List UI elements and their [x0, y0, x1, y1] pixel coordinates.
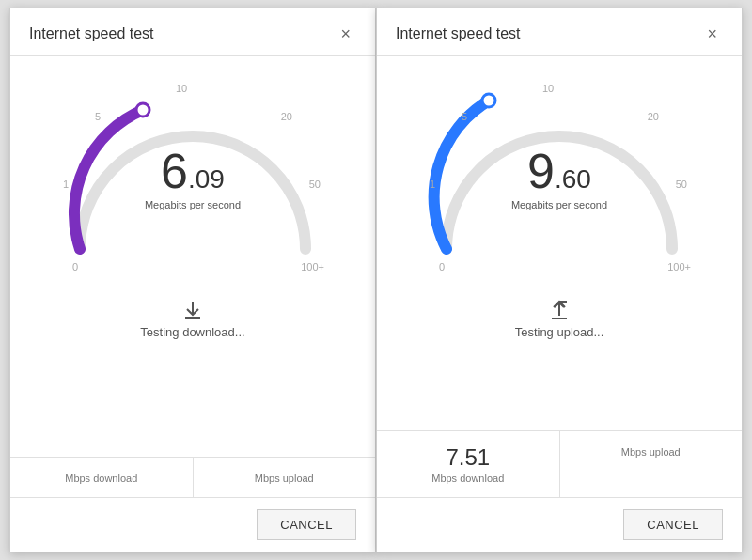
gauge-1: 0 1 5 10 20 50 100+ 6.09 Megabits per se…	[52, 66, 334, 291]
speed-unit-1: Megabits per second	[145, 199, 241, 210]
cancel-button-1[interactable]: CANCEL	[257, 509, 356, 540]
label-5-1: 5	[95, 111, 101, 122]
label-10-1: 10	[176, 83, 187, 94]
label-100-1: 100+	[301, 261, 324, 272]
dialog-footer-1: CANCEL	[10, 497, 375, 552]
cancel-button-2[interactable]: CANCEL	[623, 509, 723, 540]
speed-integer-1: 6	[161, 147, 188, 195]
dialog-upload: Internet speed test × 0 1 5 10 20 50 100…	[376, 8, 743, 552]
label-1-2: 1	[430, 179, 435, 190]
test-status-text-2: Testing upload...	[515, 325, 604, 339]
metric-download-value-2: 7.51	[377, 444, 559, 471]
label-5-2: 5	[462, 111, 467, 122]
upload-icon-2	[548, 299, 571, 321]
close-button-1[interactable]: ×	[335, 23, 356, 44]
label-100-2: 100+	[667, 261, 691, 272]
dialog-title-1: Internet speed test	[29, 25, 154, 42]
label-20-1: 20	[281, 111, 292, 122]
dialog-download: Internet speed test × 0 1 5 10 20 50 100	[9, 8, 376, 552]
metric-upload-label-1: Mbps upload	[194, 473, 376, 484]
dialog-header-2: Internet speed test ×	[377, 8, 742, 56]
speed-display-2: 9.60 Megabits per second	[511, 147, 607, 210]
label-50-1: 50	[309, 179, 321, 190]
label-50-2: 50	[676, 179, 687, 190]
label-10-2: 10	[542, 83, 554, 94]
metric-upload-label-2: Mbps upload	[560, 446, 743, 458]
speed-decimal-2: .60	[555, 164, 591, 194]
metrics-row-2: 7.51 Mbps download Mbps upload	[377, 430, 742, 497]
dialog-footer-2: CANCEL	[377, 497, 742, 552]
metrics-row-1: Mbps download Mbps upload	[10, 457, 375, 497]
label-0-1: 0	[72, 261, 78, 272]
label-0-2: 0	[439, 261, 445, 272]
metric-upload-1: Mbps upload	[194, 458, 376, 497]
dialog-body-2: 0 1 5 10 20 50 100+ 9.60 Megabits per se…	[377, 56, 742, 497]
label-20-2: 20	[648, 111, 659, 122]
label-1-1: 1	[63, 179, 69, 190]
close-button-2[interactable]: ×	[701, 23, 723, 44]
dialog-body-1: 0 1 5 10 20 50 100+ 6.09 Megabits per se…	[10, 56, 375, 497]
metric-download-2: 7.51 Mbps download	[377, 431, 560, 497]
metric-download-label-2: Mbps download	[377, 473, 559, 484]
gauge-2: 0 1 5 10 20 50 100+ 9.60 Megabits per se…	[418, 66, 700, 291]
download-icon-1	[181, 299, 204, 321]
metric-download-label-1: Mbps download	[10, 473, 193, 484]
test-status-text-1: Testing download...	[140, 325, 244, 339]
speed-display-1: 6.09 Megabits per second	[145, 147, 241, 210]
dialog-header-1: Internet speed test ×	[10, 8, 375, 56]
dialog-title-2: Internet speed test	[396, 25, 521, 42]
speed-unit-2: Megabits per second	[511, 199, 607, 210]
test-status-2: Testing upload...	[515, 299, 604, 339]
speed-integer-2: 9	[527, 147, 555, 195]
speed-decimal-1: .09	[188, 164, 225, 194]
test-status-1: Testing download...	[140, 299, 244, 339]
metric-download-1: Mbps download	[10, 458, 194, 497]
metric-upload-2: Mbps upload	[560, 431, 743, 497]
